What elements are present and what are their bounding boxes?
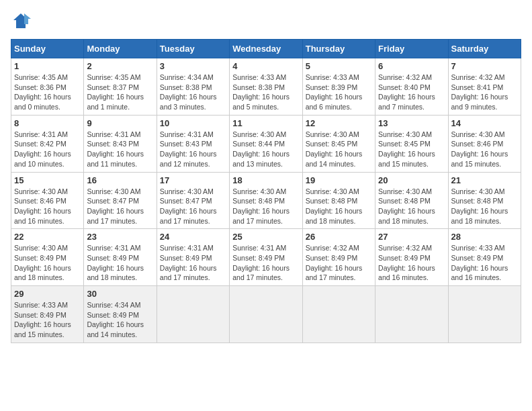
calendar-cell: 30Sunrise: 4:34 AM Sunset: 8:49 PM Dayli… bbox=[84, 286, 157, 343]
day-info: Sunrise: 4:31 AM Sunset: 8:43 PM Dayligh… bbox=[87, 130, 153, 169]
calendar-cell: 6Sunrise: 4:32 AM Sunset: 8:40 PM Daylig… bbox=[375, 58, 448, 116]
day-number: 16 bbox=[87, 175, 153, 185]
weekday-header-sunday: Sunday bbox=[11, 40, 84, 58]
calendar-cell: 7Sunrise: 4:32 AM Sunset: 8:41 PM Daylig… bbox=[448, 58, 521, 116]
calendar-cell bbox=[448, 286, 521, 343]
day-info: Sunrise: 4:35 AM Sunset: 8:37 PM Dayligh… bbox=[87, 73, 153, 112]
day-number: 24 bbox=[160, 232, 226, 242]
weekday-header-thursday: Thursday bbox=[302, 40, 375, 58]
day-info: Sunrise: 4:30 AM Sunset: 8:46 PM Dayligh… bbox=[451, 130, 518, 169]
weekday-header-friday: Friday bbox=[375, 40, 448, 58]
calendar-cell: 9Sunrise: 4:31 AM Sunset: 8:43 PM Daylig… bbox=[84, 115, 157, 172]
day-info: Sunrise: 4:33 AM Sunset: 8:38 PM Dayligh… bbox=[232, 73, 299, 112]
day-number: 30 bbox=[87, 289, 153, 299]
calendar-cell: 1Sunrise: 4:35 AM Sunset: 8:36 PM Daylig… bbox=[11, 58, 84, 116]
calendar-cell bbox=[375, 286, 448, 343]
day-info: Sunrise: 4:32 AM Sunset: 8:40 PM Dayligh… bbox=[378, 73, 445, 112]
calendar-cell: 8Sunrise: 4:31 AM Sunset: 8:42 PM Daylig… bbox=[11, 115, 84, 172]
calendar-cell: 26Sunrise: 4:32 AM Sunset: 8:49 PM Dayli… bbox=[302, 229, 375, 286]
calendar-week-row: 22Sunrise: 4:30 AM Sunset: 8:49 PM Dayli… bbox=[11, 229, 521, 286]
calendar-cell: 2Sunrise: 4:35 AM Sunset: 8:37 PM Daylig… bbox=[84, 58, 157, 116]
calendar-cell bbox=[157, 286, 229, 343]
calendar-week-row: 29Sunrise: 4:33 AM Sunset: 8:49 PM Dayli… bbox=[11, 286, 521, 343]
day-number: 7 bbox=[451, 61, 518, 71]
calendar-cell: 10Sunrise: 4:31 AM Sunset: 8:43 PM Dayli… bbox=[157, 115, 229, 172]
day-number: 25 bbox=[232, 232, 299, 242]
day-number: 13 bbox=[378, 118, 445, 128]
day-number: 17 bbox=[160, 175, 226, 185]
day-info: Sunrise: 4:30 AM Sunset: 8:47 PM Dayligh… bbox=[160, 187, 226, 226]
calendar-cell bbox=[230, 286, 302, 343]
day-info: Sunrise: 4:35 AM Sunset: 8:36 PM Dayligh… bbox=[14, 73, 81, 112]
day-number: 3 bbox=[160, 61, 226, 71]
page-header bbox=[11, 11, 521, 31]
day-number: 21 bbox=[451, 175, 518, 185]
calendar-cell: 24Sunrise: 4:31 AM Sunset: 8:49 PM Dayli… bbox=[157, 229, 229, 286]
day-number: 4 bbox=[232, 61, 299, 71]
day-info: Sunrise: 4:33 AM Sunset: 8:49 PM Dayligh… bbox=[14, 300, 81, 340]
day-info: Sunrise: 4:30 AM Sunset: 8:49 PM Dayligh… bbox=[14, 243, 81, 283]
day-info: Sunrise: 4:30 AM Sunset: 8:44 PM Dayligh… bbox=[232, 130, 299, 169]
day-info: Sunrise: 4:30 AM Sunset: 8:46 PM Dayligh… bbox=[14, 187, 81, 226]
calendar-cell bbox=[302, 286, 375, 343]
calendar-table: SundayMondayTuesdayWednesdayThursdayFrid… bbox=[11, 39, 521, 343]
day-info: Sunrise: 4:31 AM Sunset: 8:42 PM Dayligh… bbox=[14, 130, 81, 169]
weekday-header-tuesday: Tuesday bbox=[157, 40, 229, 58]
day-info: Sunrise: 4:30 AM Sunset: 8:47 PM Dayligh… bbox=[87, 187, 153, 226]
day-info: Sunrise: 4:30 AM Sunset: 8:48 PM Dayligh… bbox=[232, 187, 299, 226]
calendar-cell: 4Sunrise: 4:33 AM Sunset: 8:38 PM Daylig… bbox=[230, 58, 302, 116]
day-info: Sunrise: 4:32 AM Sunset: 8:49 PM Dayligh… bbox=[378, 243, 445, 283]
day-info: Sunrise: 4:32 AM Sunset: 8:41 PM Dayligh… bbox=[451, 73, 518, 112]
day-number: 19 bbox=[306, 175, 372, 185]
day-number: 27 bbox=[378, 232, 445, 242]
day-info: Sunrise: 4:33 AM Sunset: 8:39 PM Dayligh… bbox=[306, 73, 372, 112]
calendar-cell: 14Sunrise: 4:30 AM Sunset: 8:46 PM Dayli… bbox=[448, 115, 521, 172]
day-number: 20 bbox=[378, 175, 445, 185]
day-number: 12 bbox=[306, 118, 372, 128]
calendar-cell: 18Sunrise: 4:30 AM Sunset: 8:48 PM Dayli… bbox=[230, 172, 302, 229]
calendar-cell: 3Sunrise: 4:34 AM Sunset: 8:38 PM Daylig… bbox=[157, 58, 229, 116]
day-info: Sunrise: 4:30 AM Sunset: 8:48 PM Dayligh… bbox=[306, 187, 372, 226]
day-number: 11 bbox=[232, 118, 299, 128]
day-info: Sunrise: 4:32 AM Sunset: 8:49 PM Dayligh… bbox=[306, 243, 372, 283]
calendar-cell: 29Sunrise: 4:33 AM Sunset: 8:49 PM Dayli… bbox=[11, 286, 84, 343]
day-info: Sunrise: 4:30 AM Sunset: 8:48 PM Dayligh… bbox=[451, 187, 518, 226]
calendar-week-row: 8Sunrise: 4:31 AM Sunset: 8:42 PM Daylig… bbox=[11, 115, 521, 172]
day-number: 6 bbox=[378, 61, 445, 71]
day-info: Sunrise: 4:34 AM Sunset: 8:49 PM Dayligh… bbox=[87, 300, 153, 340]
day-info: Sunrise: 4:31 AM Sunset: 8:49 PM Dayligh… bbox=[232, 243, 299, 283]
day-number: 8 bbox=[14, 118, 81, 128]
day-number: 28 bbox=[451, 232, 518, 242]
day-number: 5 bbox=[306, 61, 372, 71]
logo bbox=[11, 11, 34, 31]
day-info: Sunrise: 4:30 AM Sunset: 8:45 PM Dayligh… bbox=[378, 130, 445, 169]
calendar-cell: 13Sunrise: 4:30 AM Sunset: 8:45 PM Dayli… bbox=[375, 115, 448, 172]
day-number: 22 bbox=[14, 232, 81, 242]
day-info: Sunrise: 4:30 AM Sunset: 8:45 PM Dayligh… bbox=[306, 130, 372, 169]
day-info: Sunrise: 4:31 AM Sunset: 8:49 PM Dayligh… bbox=[160, 243, 226, 283]
weekday-header-monday: Monday bbox=[84, 40, 157, 58]
calendar-cell: 15Sunrise: 4:30 AM Sunset: 8:46 PM Dayli… bbox=[11, 172, 84, 229]
day-number: 1 bbox=[14, 61, 81, 71]
day-number: 15 bbox=[14, 175, 81, 185]
day-number: 14 bbox=[451, 118, 518, 128]
day-info: Sunrise: 4:30 AM Sunset: 8:48 PM Dayligh… bbox=[378, 187, 445, 226]
day-info: Sunrise: 4:33 AM Sunset: 8:49 PM Dayligh… bbox=[451, 243, 518, 283]
calendar-cell: 27Sunrise: 4:32 AM Sunset: 8:49 PM Dayli… bbox=[375, 229, 448, 286]
calendar-cell: 17Sunrise: 4:30 AM Sunset: 8:47 PM Dayli… bbox=[157, 172, 229, 229]
calendar-week-row: 1Sunrise: 4:35 AM Sunset: 8:36 PM Daylig… bbox=[11, 58, 521, 116]
calendar-cell: 16Sunrise: 4:30 AM Sunset: 8:47 PM Dayli… bbox=[84, 172, 157, 229]
calendar-cell: 19Sunrise: 4:30 AM Sunset: 8:48 PM Dayli… bbox=[302, 172, 375, 229]
calendar-cell: 28Sunrise: 4:33 AM Sunset: 8:49 PM Dayli… bbox=[448, 229, 521, 286]
logo-icon bbox=[11, 11, 31, 31]
day-number: 9 bbox=[87, 118, 153, 128]
calendar-cell: 23Sunrise: 4:31 AM Sunset: 8:49 PM Dayli… bbox=[84, 229, 157, 286]
svg-marker-1 bbox=[24, 13, 31, 24]
weekday-header-wednesday: Wednesday bbox=[230, 40, 302, 58]
calendar-cell: 25Sunrise: 4:31 AM Sunset: 8:49 PM Dayli… bbox=[230, 229, 302, 286]
day-info: Sunrise: 4:34 AM Sunset: 8:38 PM Dayligh… bbox=[160, 73, 226, 112]
day-number: 18 bbox=[232, 175, 299, 185]
day-number: 10 bbox=[160, 118, 226, 128]
day-number: 2 bbox=[87, 61, 153, 71]
calendar-header-row: SundayMondayTuesdayWednesdayThursdayFrid… bbox=[11, 40, 521, 58]
